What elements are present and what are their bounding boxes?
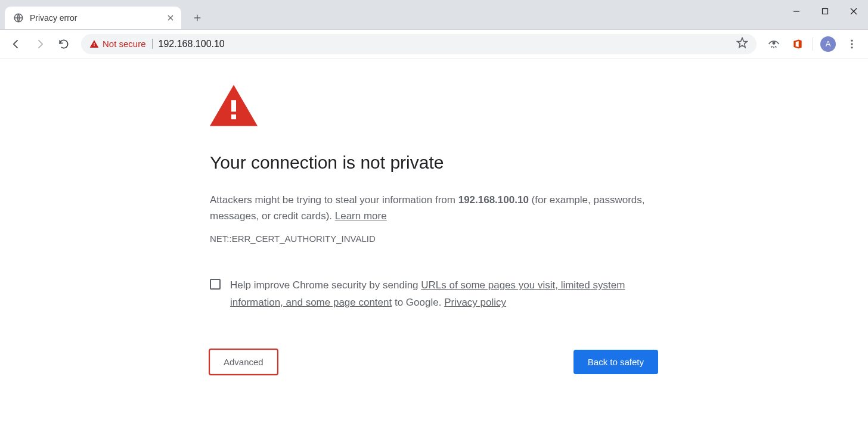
back-button[interactable] — [6, 34, 26, 54]
error-code: NET::ERR_CERT_AUTHORITY_INVALID — [210, 234, 658, 244]
maximize-button[interactable] — [811, 0, 839, 23]
browser-toolbar: Not secure 192.168.100.10 A — [0, 30, 868, 58]
warning-paragraph: Attackers might be trying to steal your … — [210, 192, 658, 224]
warning-triangle-icon — [89, 39, 99, 49]
opt-in-prefix: Help improve Chrome security by sending — [230, 279, 421, 291]
toolbar-separator — [813, 38, 813, 51]
close-tab-icon[interactable] — [166, 13, 175, 23]
body-prefix: Attackers might be trying to steal your … — [210, 194, 458, 206]
ssl-interstitial: Your connection is not private Attackers… — [210, 82, 658, 374]
svg-point-3 — [851, 39, 852, 41]
opt-in-checkbox[interactable] — [210, 279, 221, 290]
privacy-policy-link[interactable]: Privacy policy — [444, 297, 506, 308]
warning-triangle-icon — [210, 85, 658, 129]
back-to-safety-button[interactable]: Back to safety — [574, 350, 658, 374]
bookmark-star-icon[interactable] — [736, 37, 748, 51]
extension-office-icon[interactable] — [788, 34, 808, 54]
svg-rect-1 — [823, 9, 828, 14]
avatar: A — [820, 36, 836, 52]
svg-point-5 — [851, 46, 852, 48]
profile-button[interactable]: A — [818, 34, 838, 54]
tab-title: Privacy error — [30, 13, 166, 23]
window-controls — [782, 0, 868, 23]
security-chip[interactable]: Not secure — [89, 39, 153, 49]
svg-rect-6 — [231, 100, 236, 111]
opt-in-text: Help improve Chrome security by sending … — [230, 277, 658, 312]
learn-more-link[interactable]: Learn more — [335, 210, 387, 222]
browser-titlebar: Privacy error — [0, 0, 868, 30]
svg-point-2 — [773, 42, 774, 43]
security-label: Not secure — [103, 39, 146, 49]
globe-icon — [13, 13, 24, 23]
browser-menu-button[interactable] — [842, 34, 862, 54]
close-window-button[interactable] — [839, 0, 868, 23]
new-tab-button[interactable] — [188, 9, 206, 27]
browser-tab[interactable]: Privacy error — [5, 7, 181, 29]
opt-in-middle: to Google. — [392, 297, 444, 308]
host-name: 192.168.100.10 — [458, 194, 529, 206]
forward-button[interactable] — [30, 34, 50, 54]
extension-eye-icon[interactable] — [764, 34, 784, 54]
advanced-button[interactable]: Advanced — [210, 350, 277, 374]
address-bar[interactable]: Not secure 192.168.100.10 — [81, 34, 757, 54]
svg-point-4 — [851, 43, 852, 45]
minimize-button[interactable] — [782, 0, 811, 23]
url-text: 192.168.100.10 — [159, 39, 225, 49]
page-heading: Your connection is not private — [210, 153, 658, 173]
svg-rect-7 — [231, 114, 236, 119]
opt-in-row: Help improve Chrome security by sending … — [210, 277, 658, 312]
reload-button[interactable] — [54, 34, 74, 54]
button-row: Advanced Back to safety — [210, 350, 658, 374]
